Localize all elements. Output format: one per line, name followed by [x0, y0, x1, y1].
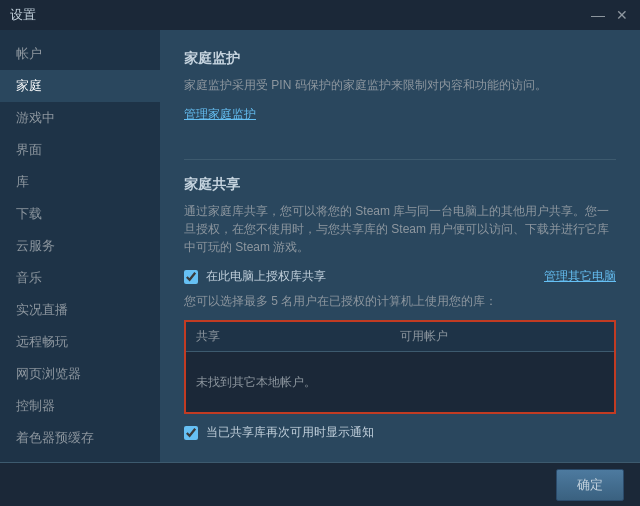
sidebar-item-account[interactable]: 帐户 [0, 38, 160, 70]
share-checkbox-label: 在此电脑上授权库共享 [206, 268, 326, 285]
sidebar-item-ingame[interactable]: 游戏中 [0, 102, 160, 134]
share-checkbox[interactable] [184, 270, 198, 284]
notify-checkbox-label: 当已共享库再次可用时显示通知 [206, 424, 374, 441]
main-panel: 家庭监护 家庭监护采用受 PIN 码保护的家庭监护来限制对内容和功能的访问。 管… [160, 30, 640, 462]
manage-family-monitoring-link[interactable]: 管理家庭监护 [184, 106, 256, 123]
sidebar-item-interface[interactable]: 界面 [0, 134, 160, 166]
sidebar: 帐户 家庭 游戏中 界面 库 下载 云服务 音乐 实况直播 远程畅玩 网页浏览器… [0, 30, 160, 462]
notify-checkbox[interactable] [184, 426, 198, 440]
sidebar-item-cloud[interactable]: 云服务 [0, 230, 160, 262]
share-table-header: 共享 可用帐户 [186, 322, 614, 352]
window-controls: — ✕ [590, 7, 630, 23]
confirm-button[interactable]: 确定 [556, 469, 624, 501]
close-button[interactable]: ✕ [614, 7, 630, 23]
titlebar: 设置 — ✕ [0, 0, 640, 30]
sidebar-item-download[interactable]: 下载 [0, 198, 160, 230]
sidebar-item-library[interactable]: 库 [0, 166, 160, 198]
minimize-button[interactable]: — [590, 7, 606, 23]
sidebar-item-shader[interactable]: 着色器预缓存 [0, 422, 160, 454]
sidebar-item-controller[interactable]: 控制器 [0, 390, 160, 422]
share-hint-text: 您可以选择最多 5 名用户在已授权的计算机上使用您的库： [184, 293, 616, 310]
family-monitoring-section: 家庭监护 家庭监护采用受 PIN 码保护的家庭监护来限制对内容和功能的访问。 管… [184, 50, 616, 143]
sidebar-item-broadcast[interactable]: 实况直播 [0, 294, 160, 326]
family-sharing-desc: 通过家庭库共享，您可以将您的 Steam 库与同一台电脑上的其他用户共享。您一旦… [184, 202, 616, 256]
share-table-body: 未找到其它本地帐户。 [186, 352, 614, 412]
share-table-container: 共享 可用帐户 未找到其它本地帐户。 [184, 320, 616, 414]
share-checkbox-row: 在此电脑上授权库共享 管理其它电脑 [184, 268, 616, 285]
settings-window: 设置 — ✕ 帐户 家庭 游戏中 界面 库 下载 云服务 音乐 实况直播 远程畅… [0, 0, 640, 506]
section-divider [184, 159, 616, 160]
col-share: 共享 [196, 328, 400, 345]
family-sharing-title: 家庭共享 [184, 176, 616, 194]
window-title: 设置 [10, 6, 36, 24]
sidebar-item-browser[interactable]: 网页浏览器 [0, 358, 160, 390]
sidebar-item-remoteplay[interactable]: 远程畅玩 [0, 326, 160, 358]
family-monitoring-title: 家庭监护 [184, 50, 616, 68]
manage-other-computers-link[interactable]: 管理其它电脑 [544, 268, 616, 285]
col-account: 可用帐户 [400, 328, 604, 345]
bottom-bar: 确定 [0, 462, 640, 506]
family-monitoring-desc: 家庭监护采用受 PIN 码保护的家庭监护来限制对内容和功能的访问。 [184, 76, 616, 94]
share-table-empty: 未找到其它本地帐户。 [196, 374, 316, 391]
notify-checkbox-row: 当已共享库再次可用时显示通知 [184, 424, 616, 441]
sidebar-item-music[interactable]: 音乐 [0, 262, 160, 294]
family-sharing-section: 家庭共享 通过家庭库共享，您可以将您的 Steam 库与同一台电脑上的其他用户共… [184, 176, 616, 441]
content-area: 帐户 家庭 游戏中 界面 库 下载 云服务 音乐 实况直播 远程畅玩 网页浏览器… [0, 30, 640, 462]
sidebar-item-family[interactable]: 家庭 [0, 70, 160, 102]
